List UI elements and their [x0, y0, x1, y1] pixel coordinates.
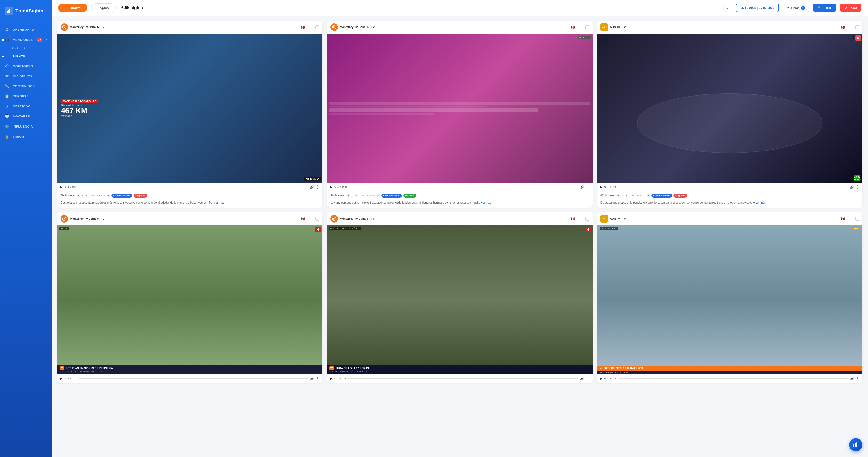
thumb-live-6: EN TIEMPO REAL	[599, 227, 618, 230]
avatares-icon: 💬	[5, 114, 9, 119]
sidebar-item-label: REPORTS	[13, 95, 29, 98]
play-button-2[interactable]: ▶	[330, 185, 333, 189]
fab-button[interactable]	[849, 438, 862, 451]
play-button-6[interactable]: ▶	[600, 377, 602, 380]
thumb-num-sub-1: extensión	[61, 115, 72, 117]
more-icon-4[interactable]: ⋮	[316, 376, 320, 381]
filtros-button[interactable]: ▼ Filtros 1	[783, 3, 809, 12]
views-1: 79.9k views	[61, 194, 75, 197]
menu-dots-6[interactable]: ⋮	[846, 216, 854, 222]
channel-name-6: ADN 40 | TV	[610, 217, 839, 220]
header: Charts Topics 6.9k sights ‹ 25-06-2023 |…	[52, 0, 868, 16]
volume-icon-6[interactable]: 🔊	[850, 377, 854, 380]
topics-tab[interactable]: Topics	[91, 3, 116, 12]
play-button-5[interactable]: ▶	[330, 377, 333, 380]
filtrar-button[interactable]: 🔍 Filtrar	[813, 4, 836, 12]
svg-rect-0	[6, 10, 7, 13]
menu-dots-1[interactable]: ⋮	[307, 24, 313, 30]
video-card-3: adn ADN 40 | TV 🇲🇽 ⋮ 26 25 6 ¿Másrefres	[597, 21, 862, 207]
video-thumb-4: 20° 7:13 6 TD ESTUDIAN EMISIONES DE REFI…	[57, 225, 322, 374]
contenidos-icon: ✏️	[5, 84, 9, 88]
menu-dots-5[interactable]: ⋮	[577, 216, 584, 222]
prev-button[interactable]: ‹	[723, 3, 732, 12]
volume-icon-3[interactable]: 🔊	[850, 185, 854, 189]
progress-bar-1[interactable]	[79, 187, 308, 187]
sidebar-item-metricool[interactable]: ✈ METRICOOL	[0, 101, 52, 111]
play-button-3[interactable]: ▶	[600, 185, 602, 189]
date-3: 2023-07-25 16:26:30	[621, 194, 645, 197]
more-icon-6[interactable]: ⋮	[856, 376, 860, 381]
menciones-badge: 77	[37, 38, 42, 41]
sidebar-item-dashboard[interactable]: ⊙ DASHBOARD	[0, 25, 52, 35]
flag-1: 🇲🇽	[301, 25, 305, 29]
sidebar-item-monitoreo[interactable]: MONITOREO	[0, 61, 52, 71]
play-button-4[interactable]: ▶	[60, 377, 63, 380]
tag-contaminacion-3: Contaminacion	[651, 194, 672, 198]
charts-tab[interactable]: Charts	[58, 3, 87, 12]
progress-bar-3[interactable]	[619, 187, 848, 187]
menu-dots-3[interactable]: ⋮	[846, 24, 854, 30]
date-2: 2023-07-25 17:09:44	[351, 194, 375, 197]
sidebar-item-influencia[interactable]: ⚙️ INFLUENCIA	[0, 122, 52, 132]
channel-num-3: ¿Másrefres	[855, 175, 861, 181]
channel-icon-4	[61, 215, 68, 223]
sidebar-item-label: CONTENIDOS	[13, 85, 35, 88]
sidebar-item-reports[interactable]: 📋 REPORTS	[0, 91, 52, 101]
tag-contaminacion-2: Contaminacion	[381, 194, 402, 198]
volume-icon-1[interactable]: 🔊	[310, 185, 314, 189]
card-checkbox-3[interactable]	[855, 25, 859, 29]
play-button-1[interactable]: ▶	[60, 185, 63, 189]
adn-logo-6: adn40	[852, 227, 861, 230]
flag-3: 🇲🇽	[841, 25, 844, 29]
sidebar-item-contenidos[interactable]: ✏️ CONTENIDOS	[0, 81, 52, 91]
progress-bar-4[interactable]	[79, 378, 308, 379]
more-icon-5[interactable]: ⋮	[586, 376, 590, 381]
card-checkbox-1[interactable]	[315, 25, 319, 29]
video-thumb-5: MOMENTOS ANTES 28° 5:21 6 TD FUGA DE AGU…	[327, 225, 592, 374]
menu-dots-2[interactable]: ⋮	[577, 24, 584, 30]
progress-bar-6[interactable]	[619, 378, 848, 379]
corner-num-3: 6	[855, 35, 861, 41]
thumb-label-title-1: Mancha hidrocarburo	[61, 99, 98, 103]
flag-2: 🇲🇽	[571, 25, 575, 29]
sidebar-item-menciones[interactable]: 🎧 MENCIONES 77 ▼	[0, 35, 52, 45]
sidebar-item-label: INFLUENCIA	[13, 125, 33, 128]
card-checkbox-2[interactable]	[586, 25, 589, 29]
card-checkbox-4[interactable]	[315, 217, 319, 221]
volume-icon-5[interactable]: 🔊	[580, 377, 584, 380]
reports-icon: 📋	[5, 94, 9, 98]
question-badge-2b: ?	[377, 194, 380, 197]
card-checkbox-6[interactable]	[855, 217, 859, 221]
more-icon-2[interactable]: ⋮	[586, 185, 590, 189]
sidebar-item-sights[interactable]: SIGHTS	[0, 52, 52, 61]
card-text-3: Delataba que una colonia popular el cerr…	[597, 199, 862, 207]
svg-rect-3	[11, 10, 11, 13]
date-range-button[interactable]: 25-06-2023 | 25-07-2023	[736, 3, 779, 12]
video-controls-6: ▶ 0:00 / 0:54 🔊 ⋮	[597, 374, 862, 383]
sidebar-item-avatares[interactable]: 💬 AVATARES	[0, 111, 52, 122]
monitoreo-icon	[5, 64, 9, 68]
reset-button[interactable]: ↺ Reset	[840, 4, 862, 12]
sidebar-sub-graficas[interactable]: GRÁFICAS	[0, 45, 52, 52]
more-icon-3[interactable]: ⋮	[856, 185, 860, 189]
progress-bar-5[interactable]	[348, 378, 578, 379]
video-card-2: Monterrey TV Canal 6 | TV 🇲🇽 ⋮ MUJERES	[327, 21, 592, 207]
more-icon-1[interactable]: ⋮	[316, 185, 320, 189]
card-checkbox-5[interactable]	[586, 217, 589, 221]
progress-bar-2[interactable]	[348, 187, 578, 187]
channel-name-2: Monterrey TV Canal 6 | TV	[340, 26, 568, 29]
sidebar-item-vision[interactable]: 🔒 VISION	[0, 132, 52, 142]
ver-mas-2[interactable]: ver más	[481, 201, 491, 204]
card-meta-1: 79.9k views ? 2023-07-25 17:14:31 ? Cont…	[57, 191, 322, 199]
volume-icon-4[interactable]: 🔊	[310, 377, 314, 380]
channel-icon-2	[331, 24, 338, 31]
menu-dots-4[interactable]: ⋮	[307, 216, 313, 222]
ver-mas-1[interactable]: ver más	[214, 201, 224, 204]
sidebar-item-mis-sights[interactable]: 👁 MIS SIGHTS	[0, 71, 52, 81]
time-label-1: 0:00 / 1:12	[65, 186, 77, 188]
sidebar-logo[interactable]: TrendSights	[0, 0, 52, 21]
volume-icon-2[interactable]: 🔊	[580, 185, 584, 189]
ver-mas-3[interactable]: ver más	[755, 201, 766, 204]
menciones-icon: 🎧	[5, 37, 9, 42]
views-2: 80.6k views	[331, 194, 345, 197]
